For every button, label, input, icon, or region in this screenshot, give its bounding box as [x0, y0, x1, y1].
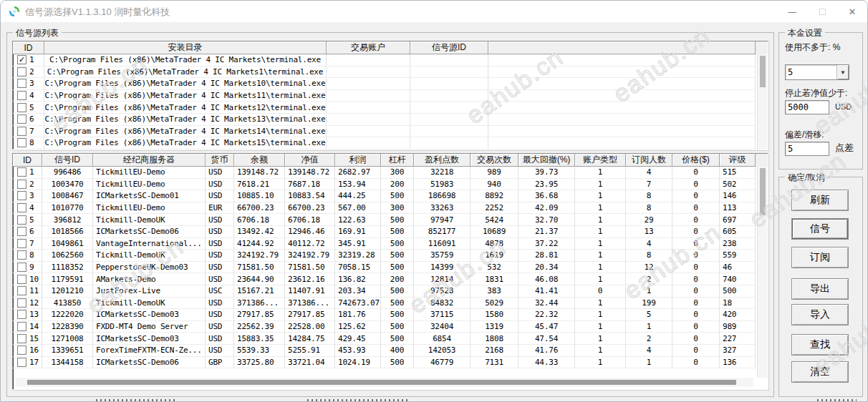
signal-row[interactable]: 31008467ICMarketsSC-Demo01USD10885.10108…	[13, 190, 768, 202]
terminal-row[interactable]: 5C:\Program Files (x86)\MetaTrader 4 IC …	[13, 102, 768, 114]
slippage-input[interactable]	[785, 142, 829, 156]
signals-column-header-1[interactable]: 信号ID	[42, 154, 93, 167]
signals-column-header-11[interactable]: 账户类型	[575, 154, 626, 167]
signal-row[interactable]: 131222020ICMarketsSC-Demo03USD27917.8527…	[13, 309, 768, 321]
row-checkbox[interactable]	[17, 239, 26, 248]
row-checkbox[interactable]	[17, 250, 26, 260]
terminal-row[interactable]: 7C:\Program Files (x86)\MetaTrader 4 IC …	[13, 126, 768, 138]
signal-row[interactable]: 81062560Tickmill-DemoUKUSD324192.7932419…	[13, 250, 768, 262]
signal-data-cell-7: 500	[381, 309, 414, 321]
terminal-row[interactable]: 4C:\Program Files (x86)\MetaTrader 4 IC …	[13, 90, 768, 102]
signals-column-header-5[interactable]: 净值	[285, 154, 335, 167]
export-button[interactable]: 导出	[791, 278, 849, 300]
row-checkbox[interactable]	[17, 203, 26, 212]
signals-column-header-2[interactable]: 经纪商服务器	[93, 154, 206, 167]
signals-column-header-7[interactable]: 杠杆	[381, 154, 414, 167]
terminal-row[interactable]: 3C:\Program Files (x86)\MetaTrader 4 IC …	[13, 78, 768, 90]
signals-column-header-10[interactable]: 最大回撤(%)	[519, 154, 575, 167]
signals-column-header-4[interactable]: 余额	[234, 154, 285, 167]
signal-row[interactable]: 171344158ICMarketsSC-Demo06GBP33725.8033…	[13, 357, 768, 369]
row-checkbox[interactable]	[17, 227, 26, 236]
scrollbar-thumb[interactable]	[760, 168, 766, 215]
terminals-vertical-scrollbar[interactable]	[757, 54, 768, 149]
row-checkbox[interactable]	[17, 358, 26, 367]
row-checkbox[interactable]	[17, 91, 26, 100]
terminals-column-header-2[interactable]: 交易账户	[327, 41, 410, 54]
signal-row[interactable]: 5396812Tickmill-DemoUKUSD6706.186706.181…	[13, 214, 768, 226]
signal-id-cell: 9	[13, 262, 42, 274]
use-percent-input[interactable]	[786, 65, 836, 79]
signal-data-cell-6: 125.62	[335, 321, 381, 333]
signals-column-header-13[interactable]: 价格($)	[672, 154, 720, 167]
terminal-row[interactable]: 2C:\Program Files (x86)\MetaTrader 4 IC …	[13, 67, 768, 79]
terminals-column-header-filler[interactable]	[488, 41, 756, 54]
terminals-column-header-3[interactable]: 信号源ID	[410, 41, 488, 54]
terminals-column-header-1[interactable]: 安装目录	[44, 41, 327, 54]
signals-column-header-3[interactable]: 货币	[206, 154, 234, 167]
signal-row[interactable]: 12413850Tickmill-DemoUKUSD371386...37138…	[13, 298, 768, 310]
terminal-row[interactable]: ✓1C:\Program Files (x86)\MetaTrader 4 IC…	[13, 54, 768, 67]
row-checkbox[interactable]	[17, 191, 26, 200]
row-checkbox[interactable]	[17, 114, 26, 124]
signal-id-cell: 17	[13, 357, 42, 369]
signals-column-header-12[interactable]: 订阅人数	[626, 154, 672, 167]
terminal-row[interactable]: 6C:\Program Files (x86)\MetaTrader 4 IC …	[13, 114, 768, 126]
row-checkbox[interactable]	[17, 334, 26, 343]
signal-data-cell-9: 383	[471, 285, 519, 298]
scrollbar-thumb[interactable]	[760, 56, 766, 87]
find-button[interactable]: 查找	[791, 334, 849, 356]
row-checkbox[interactable]	[17, 67, 26, 77]
row-checkbox[interactable]	[17, 310, 26, 319]
scrollbar-thumb[interactable]	[27, 380, 736, 385]
signal-data-cell-12: 8	[626, 250, 672, 262]
row-checkbox[interactable]	[17, 286, 26, 295]
signal-data-cell-8: 186698	[414, 190, 471, 202]
signals-column-header-6[interactable]: 利润	[335, 154, 381, 167]
row-checkbox[interactable]	[17, 275, 26, 284]
signal-row[interactable]: 161339651ForexTimeFXTM-ECN-Ze...USD5539.…	[13, 345, 768, 357]
dropdown-arrow-icon[interactable]: ▼	[836, 65, 849, 79]
signal-row[interactable]: 101179591AMarkets-DemoUSD23644.9023612.1…	[13, 273, 768, 285]
row-checkbox[interactable]	[17, 127, 26, 136]
row-checkbox[interactable]	[17, 322, 26, 331]
signal-row[interactable]: 21003470TickmillEU-DemoUSD7618.217687.18…	[13, 179, 768, 191]
row-checkbox[interactable]	[17, 180, 26, 189]
signals-column-header-14[interactable]: 评级	[720, 154, 756, 167]
row-checkbox[interactable]	[17, 103, 26, 112]
refresh-button[interactable]: 刷新	[791, 190, 849, 211]
row-checkbox[interactable]	[17, 298, 26, 308]
row-checkbox[interactable]	[17, 215, 26, 225]
row-checkbox[interactable]	[17, 263, 26, 272]
minimize-button[interactable]: —	[777, 1, 807, 22]
row-checkbox[interactable]	[17, 167, 26, 177]
terminal-row[interactable]: 8C:\Program Files (x86)\MetaTrader 4 IC …	[13, 137, 768, 149]
row-checkbox[interactable]	[17, 345, 26, 355]
row-checkbox[interactable]	[17, 79, 26, 88]
signals-vertical-scrollbar[interactable]	[757, 167, 768, 378]
row-checkbox[interactable]: ✓	[17, 55, 26, 64]
signal-row[interactable]: 1996486TickmillEU-DemoUSD139148.72139148…	[13, 167, 768, 179]
signal-row[interactable]: 41010770TickmillEU-DemoEUR66700.2366700.…	[13, 202, 768, 215]
stop-equity-input[interactable]	[785, 100, 829, 114]
signal-button[interactable]: 信号	[791, 218, 849, 240]
signal-data-cell-6: 1024.19	[335, 357, 381, 369]
signal-row[interactable]: 91118352PepperstoneUK-Demo03USD71581.507…	[13, 262, 768, 274]
import-button[interactable]: 导入	[791, 304, 849, 325]
signal-id-cell: 5	[13, 214, 42, 226]
signal-row[interactable]: 61018566ICMarketsSC-Demo06USD13492.42129…	[13, 226, 768, 238]
signals-horizontal-scrollbar[interactable]	[16, 378, 753, 387]
terminals-column-header-0[interactable]: ID	[13, 41, 44, 54]
signal-row[interactable]: 151271008ICMarketsSC-Demo03USD15883.3514…	[13, 333, 768, 345]
close-button[interactable]: ✕	[837, 1, 867, 22]
signals-column-header-9[interactable]: 交易次数	[471, 154, 519, 167]
maximize-button[interactable]	[807, 1, 837, 22]
signal-row[interactable]: 141228390FXDD-MT4 Demo ServerUSD22562.39…	[13, 321, 768, 333]
signal-row[interactable]: 111201210JustForex-LiveUSC15167.2111407.…	[13, 285, 768, 298]
clear-button[interactable]: 清空	[791, 361, 849, 383]
signals-column-header-0[interactable]: ID	[13, 154, 42, 167]
terminal-filler-cell	[488, 114, 756, 126]
subscribe-button[interactable]: 订阅	[791, 247, 849, 268]
row-checkbox[interactable]	[17, 138, 26, 147]
signal-row[interactable]: 71049861VantageInternational...USD41244.…	[13, 238, 768, 250]
signals-column-header-8[interactable]: 盈利点数	[414, 154, 471, 167]
